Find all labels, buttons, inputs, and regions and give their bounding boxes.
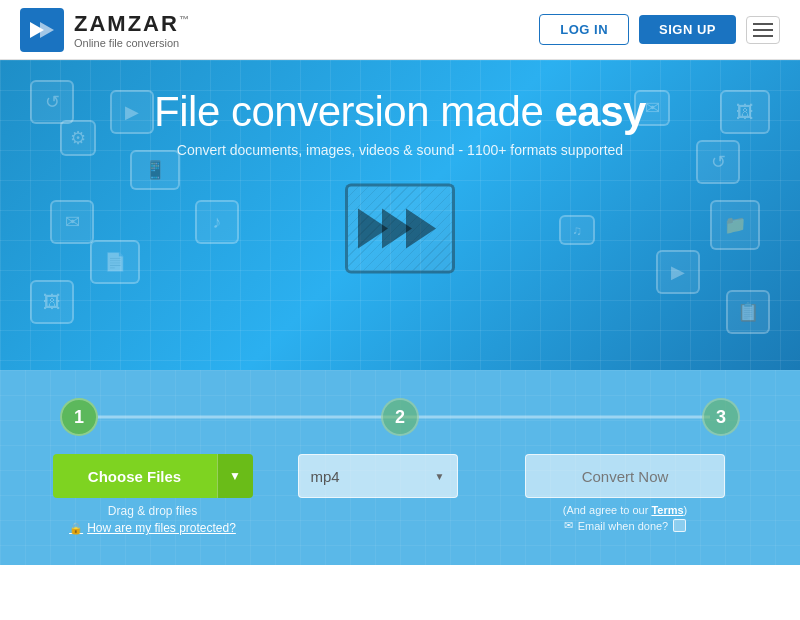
- steps-section: 1 2 3 Choose Files ▼ Drag & drop files 🔒…: [0, 370, 800, 565]
- doodle-5: ✉: [50, 200, 94, 244]
- doodle-14: ♪: [195, 200, 239, 244]
- doodle-8: 🖼: [720, 90, 770, 134]
- hamburger-line-2: [753, 29, 773, 31]
- choose-files-main[interactable]: Choose Files: [53, 454, 217, 498]
- header: ZAMZAR™ Online file conversion LOG IN SI…: [0, 0, 800, 60]
- step-1-circle: 1: [60, 398, 98, 436]
- doodle-7: 🖼: [30, 280, 74, 324]
- terms-link[interactable]: Terms: [651, 504, 683, 516]
- step-2-circle: 2: [381, 398, 419, 436]
- doodle-1: ↺: [30, 80, 74, 124]
- drag-hint: Drag & drop files: [108, 504, 197, 518]
- login-button[interactable]: LOG IN: [539, 14, 629, 45]
- email-label: Email when done?: [578, 520, 669, 532]
- logo-icon: [20, 8, 64, 52]
- step3-area: Convert Now (And agree to our Terms) ✉ E…: [490, 454, 760, 532]
- logo-text-block: ZAMZAR™ Online file conversion: [74, 11, 191, 49]
- svg-marker-1: [40, 22, 54, 38]
- step-3-circle: 3: [702, 398, 740, 436]
- hero-subtitle: Convert documents, images, videos & soun…: [177, 142, 623, 158]
- doodle-6: 📄: [90, 240, 140, 284]
- format-value: mp4: [311, 468, 340, 485]
- signup-button[interactable]: SIGN UP: [639, 15, 736, 44]
- logo-tagline: Online file conversion: [74, 37, 191, 49]
- step2-area: mp4 ▼: [265, 454, 490, 498]
- hero-section: ↺ ⚙ ▶ 📱 ✉ 📄 🖼 🖼 ↺ ✉ 📁 ▶ 📋 ♪ ♫ File conve…: [0, 60, 800, 370]
- convert-now-button[interactable]: Convert Now: [525, 454, 725, 498]
- doodle-13: 📋: [726, 290, 770, 334]
- hamburger-line-3: [753, 35, 773, 37]
- lock-icon: 🔒: [69, 522, 83, 535]
- step1-area: Choose Files ▼ Drag & drop files 🔒 How a…: [40, 454, 265, 535]
- doodle-9: ↺: [696, 140, 740, 184]
- arrow-3: [406, 209, 436, 249]
- doodle-3: ▶: [110, 90, 154, 134]
- sketch-box: [345, 184, 455, 274]
- email-when-done: ✉ Email when done?: [564, 519, 687, 532]
- logo-name: ZAMZAR™: [74, 11, 191, 37]
- choose-files-button[interactable]: Choose Files ▼: [53, 454, 253, 498]
- play-arrows: [364, 209, 436, 249]
- email-checkbox[interactable]: [673, 519, 686, 532]
- doodle-11: 📁: [710, 200, 760, 250]
- format-select[interactable]: mp4 ▼: [298, 454, 458, 498]
- hero-center-icon: [345, 184, 455, 274]
- format-arrow-icon: ▼: [435, 471, 445, 482]
- steps-track: 1 2 3: [40, 398, 760, 436]
- menu-button[interactable]: [746, 16, 780, 44]
- security-link[interactable]: 🔒 How are my files protected?: [69, 521, 236, 535]
- doodle-12: ▶: [656, 250, 700, 294]
- header-nav: LOG IN SIGN UP: [539, 14, 780, 45]
- doodle-4: 📱: [130, 150, 180, 190]
- hamburger-line-1: [753, 23, 773, 25]
- email-icon: ✉: [564, 519, 573, 532]
- terms-notice: (And agree to our Terms): [563, 504, 688, 516]
- choose-files-dropdown[interactable]: ▼: [217, 454, 253, 498]
- logo-area: ZAMZAR™ Online file conversion: [20, 8, 191, 52]
- doodle-2: ⚙: [60, 120, 96, 156]
- doodle-15: ♫: [559, 215, 595, 245]
- hero-title: File conversion made easy: [154, 88, 646, 136]
- controls-row: Choose Files ▼ Drag & drop files 🔒 How a…: [40, 454, 760, 535]
